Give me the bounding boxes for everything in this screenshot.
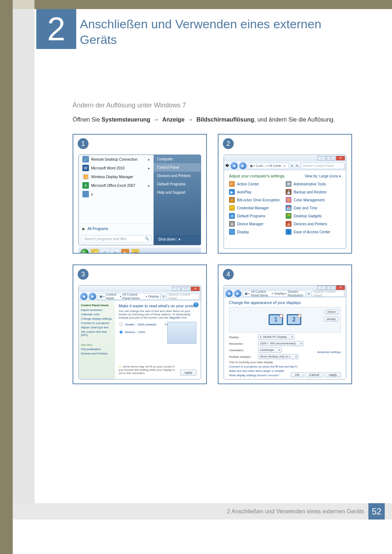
crumb[interactable]: Display <box>274 292 285 295</box>
start-orb-icon[interactable] <box>81 249 89 254</box>
control-panel-item[interactable]: 🖨Devices and Printers <box>286 221 341 227</box>
minimize-button[interactable]: – <box>172 287 181 291</box>
search-input[interactable]: Search Control Panel <box>301 163 344 169</box>
folder-icon[interactable]: ▭ <box>131 249 139 254</box>
sidebar-link[interactable]: Change display settings <box>81 317 113 320</box>
start-right-item[interactable]: Computer <box>154 155 201 163</box>
radio-icon[interactable] <box>119 323 123 326</box>
crumb[interactable]: All Control Panel Items <box>251 290 271 297</box>
toolbar: ◄ ► ▣▸ Control Panel▸ All Control Panel … <box>79 292 201 301</box>
apply-button[interactable]: Apply <box>324 372 341 377</box>
ok-button[interactable]: OK <box>291 372 303 377</box>
control-panel-item[interactable]: 🖵Display <box>229 229 284 235</box>
sidebar-link[interactable]: Adjust ClearType text <box>81 326 113 329</box>
identify-button[interactable]: Identify <box>324 317 338 321</box>
back-button[interactable]: ◄ <box>80 293 87 300</box>
start-right-item[interactable]: Control Panel <box>154 163 201 172</box>
monitor-1-icon[interactable]: 1 <box>269 314 283 325</box>
maximize-button[interactable]: □ <box>327 286 335 290</box>
close-button[interactable]: ✕ <box>191 287 200 291</box>
projector-link[interactable]: Connect to a projector (or press the ⊞ k… <box>229 365 341 368</box>
control-panel-item[interactable]: ▶AutoPlay <box>229 189 284 195</box>
control-panel-item[interactable]: 💾Backup and Restore <box>286 189 341 195</box>
view-by-select[interactable]: View by: Large icons ▾ <box>305 174 341 178</box>
close-button[interactable]: ✕ <box>336 286 345 290</box>
detect-button[interactable]: Detect <box>325 309 338 314</box>
magnifier-link[interactable]: Magnifier <box>169 316 181 319</box>
close-button[interactable]: ✕ <box>336 156 345 160</box>
multiple-displays-select[interactable]: Show desktop only on 1 <box>258 354 298 359</box>
control-panel-item[interactable]: 🧩Desktop Gadgets <box>286 213 341 219</box>
control-panel-item[interactable]: 🔒BitLocker Drive Encryption <box>229 197 284 203</box>
sidebar-link[interactable]: Connect to a projector <box>81 321 113 325</box>
crumb[interactable]: Cont... <box>256 164 266 168</box>
crumb[interactable]: All Control Panel Items <box>122 293 146 300</box>
minimize-button[interactable]: – <box>317 286 326 290</box>
explorer-icon[interactable]: 📁 <box>91 249 99 254</box>
back-button[interactable]: ◄ <box>230 162 238 169</box>
app-icon[interactable]: ◷ <box>101 249 109 254</box>
orientation-select[interactable]: Landscape <box>258 348 282 353</box>
cp-icon: 🏳 <box>229 181 235 187</box>
warning-icon: ⚠ <box>119 365 121 368</box>
crumb[interactable]: Screen Resolution <box>288 290 304 297</box>
address-bar[interactable]: ▣ ▸ Cont... ▸ All Contr... ▸ <box>248 163 289 169</box>
forward-button[interactable]: ► <box>89 293 96 300</box>
address-bar[interactable]: ▣▸ All Control Panel Items▸ Display▸ Scr… <box>243 290 306 297</box>
control-panel-item[interactable]: 🔑Credential Manager <box>229 205 284 211</box>
sidebar-link[interactable]: Calibrate color <box>81 313 113 316</box>
step-badge: 4 <box>223 269 234 280</box>
start-menu-item[interactable]: 📶Wireless Display Manager <box>79 172 154 181</box>
start-right-item[interactable]: Default Programs <box>154 180 201 188</box>
cancel-button[interactable]: Cancel <box>305 372 323 377</box>
back-button[interactable]: ◄ <box>225 290 233 297</box>
maximize-button[interactable]: □ <box>181 287 190 291</box>
control-panel-item[interactable]: 🛠Administrative Tools <box>286 181 341 187</box>
control-panel-item[interactable]: ⚙Default Programs <box>229 213 284 219</box>
cp-item-label: Display <box>237 230 249 234</box>
maximize-button[interactable]: □ <box>327 156 335 160</box>
sidebar-link[interactable]: Set custom text size (DPI) <box>81 330 113 337</box>
minimize-button[interactable]: – <box>317 156 326 160</box>
sidebar-link[interactable]: Adjust resolution <box>81 308 113 312</box>
crumb[interactable]: Control Panel <box>106 293 119 300</box>
cp-item-label: Default Programs <box>237 214 265 218</box>
start-right-item[interactable]: Help and Support <box>154 188 201 197</box>
help-icon[interactable]: ? <box>193 302 199 307</box>
path-3: Bildschirmauflösung <box>196 116 254 123</box>
advanced-settings-link[interactable]: Advanced settings <box>317 350 341 354</box>
start-menu-item[interactable]: WMicrosoft Word 2010▸ <box>79 164 154 172</box>
media-icon[interactable]: ▶ <box>121 249 129 254</box>
control-panel-item[interactable]: 🖥Device Manager <box>229 221 284 227</box>
shutdown-button[interactable]: Shut down▾ <box>156 236 199 243</box>
control-panel-item[interactable]: 🎨Color Management <box>286 197 341 203</box>
forward-button[interactable]: ► <box>234 290 241 297</box>
resolution-select[interactable]: 1024 × 768 (recommended) <box>258 341 303 346</box>
display-select[interactable]: 1. Mobile PC Display <box>258 335 294 340</box>
search-input[interactable]: Search programs and files 🔍 <box>81 235 151 243</box>
control-panel-item[interactable]: 📅Date and Time <box>286 205 341 211</box>
search-input[interactable]: Search Control Panel <box>167 293 199 300</box>
start-menu-item[interactable]: XMicrosoft Office Excel 2007▸ <box>79 181 154 190</box>
monitor-2-icon[interactable]: 2 <box>287 314 301 325</box>
radio-icon[interactable] <box>119 331 123 334</box>
ie-icon[interactable]: e <box>111 249 119 254</box>
footer-label: 2 Anschließen und Verwenden eines extern… <box>227 508 364 515</box>
start-menu-item[interactable]: s <box>79 190 154 198</box>
all-programs[interactable]: ▶ All Programs <box>79 225 154 233</box>
apply-button[interactable]: Apply <box>180 370 196 376</box>
sidebar-link[interactable]: Personalization <box>81 348 113 351</box>
control-panel-item[interactable]: 🏳Action Center <box>229 181 284 187</box>
forward-button[interactable]: ► <box>239 162 246 169</box>
search-input[interactable]: Search Control Panel <box>312 290 344 297</box>
control-panel-item[interactable]: 👤Ease of Access Center <box>286 229 341 235</box>
address-bar[interactable]: ▣▸ Control Panel▸ All Control Panel Item… <box>98 293 161 300</box>
crumb[interactable]: All Contr... <box>269 164 284 168</box>
start-right-item[interactable]: Devices and Printers <box>154 172 201 180</box>
top-stripe <box>0 0 392 9</box>
cp-item-label: Action Center <box>237 182 259 186</box>
window-titlebar: – □ ✕ <box>224 286 346 290</box>
crumb[interactable]: Display <box>148 295 159 298</box>
start-menu-item[interactable]: 🔗Remote Desktop Connection▸ <box>79 155 154 164</box>
sidebar-link[interactable]: Devices and Printers <box>81 352 113 355</box>
